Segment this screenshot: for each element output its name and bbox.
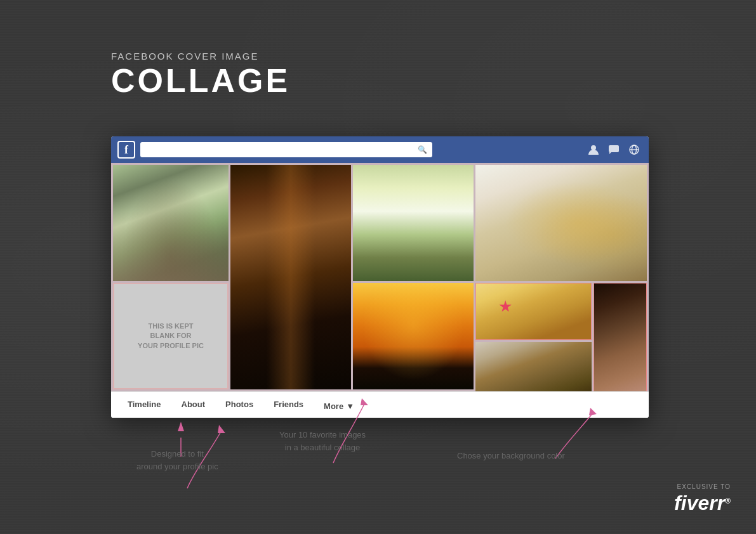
collage-col-4 [475, 165, 647, 389]
annotation-profile-text: Designed to fit around your profile pic [136, 448, 218, 472]
photo-wedding-rings [475, 165, 647, 281]
photo-couple-sunset [353, 283, 474, 389]
fb-search-icon: 🔍 [418, 145, 427, 154]
photo-bouquet-right [594, 283, 647, 391]
fiverr-brand: EXCLUSIVE TO fiverr® [674, 483, 731, 515]
page-main-title: COLLAGE [111, 64, 290, 97]
annotation-bg-text: Chose your background color [457, 450, 565, 462]
svg-rect-1 [609, 145, 619, 152]
fiverr-logo: fiverr® [674, 492, 731, 515]
photo-bouquet-holding [475, 342, 592, 391]
fb-logo-icon: f [117, 141, 135, 159]
fiverr-exclusive-label: EXCLUSIVE TO [674, 483, 731, 490]
photo-shoes [475, 283, 592, 340]
fb-message-icon[interactable] [606, 141, 622, 158]
tab-about[interactable]: About [171, 393, 216, 417]
tab-more[interactable]: More ▼ [314, 395, 364, 417]
photo-couple-outdoor [353, 165, 474, 281]
tab-photos[interactable]: Photos [215, 393, 263, 417]
cover-collage: THIS IS KEPTBLANK FORYOUR PROFILE PIC [111, 163, 649, 391]
svg-point-0 [591, 145, 596, 150]
page-subtitle: FACEBOOK COVER IMAGE [111, 51, 290, 62]
photo-profile-placeholder: THIS IS KEPTBLANK FORYOUR PROFILE PIC [113, 283, 229, 389]
fb-nav-icons [585, 141, 642, 158]
chevron-down-icon: ▼ [346, 401, 354, 411]
svg-marker-8 [178, 422, 184, 431]
page-title-area: FACEBOOK COVER IMAGE COLLAGE [111, 51, 290, 97]
fb-cover-photo: THIS IS KEPTBLANK FORYOUR PROFILE PIC [111, 163, 649, 391]
facebook-mockup: f 🔍 [111, 136, 649, 418]
fb-navbar: f 🔍 [111, 136, 649, 163]
fb-tabs-bar: Timeline About Photos Friends More ▼ [111, 391, 649, 418]
tab-timeline[interactable]: Timeline [117, 393, 171, 417]
fb-person-icon[interactable] [585, 141, 602, 158]
photo-guitar [230, 165, 351, 389]
tab-more-label: More [324, 401, 343, 411]
annotation-collage-text: Your 10 favorite images in a beautiful c… [279, 429, 366, 453]
collage-col-3 [353, 165, 474, 389]
fiverr-registered-icon: ® [725, 497, 731, 505]
tab-friends[interactable]: Friends [263, 393, 314, 417]
fiverr-logo-text: fiverr [674, 492, 725, 514]
fb-globe-icon[interactable] [626, 141, 642, 158]
fb-search-bar[interactable]: 🔍 [140, 142, 432, 157]
photo-bridesmaids [113, 165, 229, 281]
svg-marker-5 [218, 425, 225, 433]
profile-pic-text: THIS IS KEPTBLANK FORYOUR PROFILE PIC [131, 315, 210, 357]
collage-col-2 [230, 165, 351, 389]
collage-col-1: THIS IS KEPTBLANK FORYOUR PROFILE PIC [113, 165, 229, 389]
fb-search-input[interactable] [145, 145, 418, 154]
